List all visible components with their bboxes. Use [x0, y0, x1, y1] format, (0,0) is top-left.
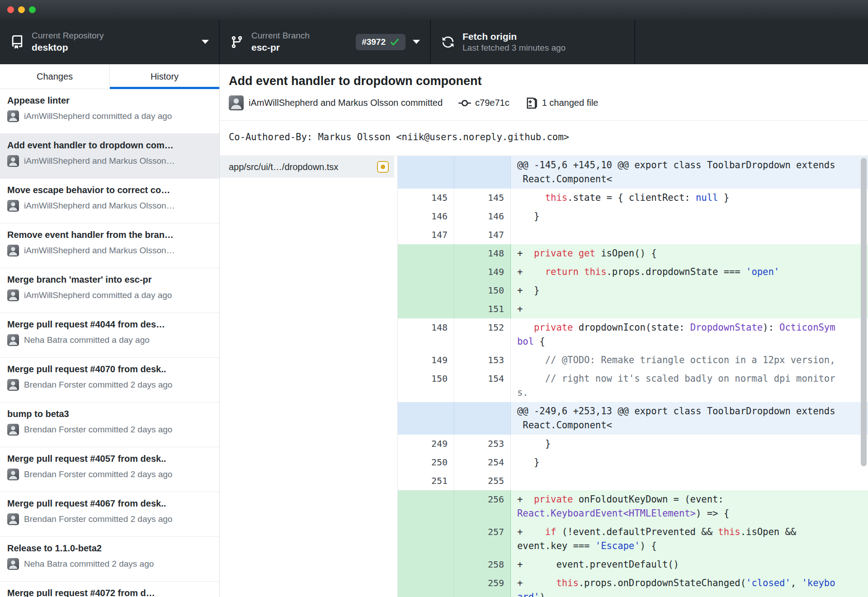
avatar [7, 334, 19, 346]
avatar [7, 200, 19, 212]
diff-code-line: } [511, 207, 868, 226]
commit-committer: iAmWillShepherd committed a day ago [24, 290, 172, 300]
close-button[interactable] [7, 6, 14, 13]
commit-committer: iAmWillShepherd and Markus Olsson… [24, 201, 175, 211]
commit-committer: iAmWillShepherd and Markus Olsson… [24, 246, 175, 256]
avatar [7, 379, 19, 391]
avatar [7, 110, 19, 122]
commit-committer: iAmWillShepherd and Markus Olsson… [24, 156, 175, 166]
new-line-number: 150 [454, 281, 511, 300]
commit-description: Co-Authored-By: Markus Olsson <niik@user… [220, 121, 868, 156]
old-line-number: 249 [398, 435, 454, 453]
diff-code-line: } [511, 435, 868, 453]
old-line-number [398, 402, 454, 435]
diff-code-line: + this.props.onDropdownStateChanged('clo… [511, 574, 868, 597]
commit-list-item[interactable]: Remove event handler from the bran… iAmW… [0, 223, 219, 268]
avatar [7, 558, 19, 570]
commit-list-item[interactable]: bump to beta3 Brendan Forster committed … [0, 403, 219, 447]
diff-code-line: } [511, 453, 868, 472]
current-repository-button[interactable]: Current Repository desktop [0, 19, 220, 64]
commit-meta: iAmWillShepherd committed a day ago [7, 110, 212, 122]
diff-code-line: // @TODO: Remake triangle octicon in a 1… [511, 351, 868, 370]
commit-meta: iAmWillShepherd committed a day ago [7, 289, 212, 301]
commit-meta: Neha Batra committed 2 days ago [7, 558, 212, 570]
avatar [7, 424, 19, 436]
new-line-number: 255 [454, 472, 511, 490]
commit-list-item[interactable]: Release to 1.1.0-beta2 Neha Batra commit… [0, 537, 219, 582]
commit-title: Move escape behavior to correct co… [7, 185, 212, 195]
new-line-number: 253 [454, 435, 511, 453]
commit-list-item[interactable]: Merge pull request #4044 from des… Neha … [0, 313, 219, 358]
new-line-number: 151 [454, 300, 511, 318]
commit-history-list: Appease linter iAmWillShepherd committed… [0, 89, 219, 597]
avatar [229, 95, 244, 110]
commit-list-item[interactable]: Merge pull request #4070 from desk.. Bre… [0, 358, 219, 403]
commit-meta: Brendan Forster committed 2 days ago [7, 379, 212, 391]
diff-line-row: 146146 } [398, 207, 868, 226]
current-branch-label: Current Branch [251, 30, 310, 41]
avatar [7, 155, 19, 167]
commit-title: Remove event handler from the bran… [7, 230, 212, 240]
commit-sha[interactable]: c79e71c [475, 98, 509, 108]
diff-code-line: private dropdownIcon(state: DropdownStat… [511, 318, 868, 351]
commit-title: Appease linter [7, 95, 212, 106]
commit-meta: Brendan Forster committed 2 days ago [7, 469, 212, 480]
commit-list-item[interactable]: Add event handler to dropdown com… iAmWi… [0, 134, 219, 179]
commit-list-item[interactable]: Move escape behavior to correct co… iAmW… [0, 179, 219, 223]
new-line-number: 152 [454, 318, 511, 351]
new-line-number: 149 [454, 263, 511, 281]
diff-line-row: 251255 [398, 472, 868, 490]
diff-line-row: 256+ private onFoldoutKeyDown = (event: … [398, 490, 868, 523]
zoom-button[interactable] [29, 6, 36, 13]
new-line-number: 256 [454, 490, 511, 523]
diff-line-row: 257+ if (!event.defaultPrevented && this… [398, 523, 868, 555]
commit-list-item[interactable]: Merge pull request #4072 from d… [0, 582, 219, 597]
old-line-number: 148 [398, 318, 454, 351]
sidebar: Changes History Appease linter iAmWillSh… [0, 64, 220, 597]
tab-history[interactable]: History [110, 64, 219, 89]
current-repository-label: Current Repository [32, 30, 104, 41]
fetch-origin-title: Fetch origin [462, 30, 566, 43]
new-line-number: 258 [454, 555, 511, 574]
diff-scrollbar[interactable] [861, 158, 867, 466]
diff-code-line [511, 472, 868, 490]
commit-list-item[interactable]: Merge pull request #4057 from desk.. Bre… [0, 447, 219, 492]
pr-number: #3972 [362, 37, 386, 47]
fetch-origin-button[interactable]: Fetch origin Last fetched 3 minutes ago [431, 19, 635, 64]
commit-list-item[interactable]: Merge pull request #4067 from desk.. Bre… [0, 492, 219, 537]
diff-line-row: 258+ event.preventDefault() [398, 555, 868, 574]
commit-list-item[interactable]: Merge branch 'master' into esc-pr iAmWil… [0, 268, 219, 313]
old-line-number [398, 555, 454, 574]
old-line-number [398, 281, 454, 300]
diff-code-line: + private onFoldoutKeyDown = (event: Rea… [511, 490, 868, 523]
commit-title: Merge pull request #4070 from desk.. [7, 364, 212, 374]
old-line-number [398, 523, 454, 555]
minimize-button[interactable] [18, 6, 25, 13]
diff-line-row: 150154 // right now it's scaled badly on… [398, 370, 868, 402]
new-line-number: 154 [454, 370, 511, 402]
file-path: app/src/ui/t…/dropdown.tsx [229, 162, 373, 172]
diff-code-line: + private get isOpen() { [511, 244, 868, 263]
sync-icon [441, 35, 455, 49]
commit-committer: Brendan Forster committed 2 days ago [24, 514, 172, 524]
commit-meta: iAmWillShepherd and Markus Olsson… [7, 200, 212, 212]
commit-meta: Brendan Forster committed 2 days ago [7, 513, 212, 525]
diff-line-row: 147147 [398, 226, 868, 244]
current-branch-button[interactable]: Current Branch esc-pr #3972 [220, 19, 431, 64]
new-line-number: 148 [454, 244, 511, 263]
diff-view: @@ -145,6 +145,10 @@ export class Toolba… [398, 156, 868, 597]
commit-meta: Neha Batra committed a day ago [7, 334, 212, 346]
commit-title: Add event handler to dropdown com… [7, 140, 212, 151]
commit-list-item[interactable]: Appease linter iAmWillShepherd committed… [0, 89, 219, 134]
commit-title: Merge pull request #4072 from d… [7, 588, 212, 597]
diff-code-line: // right now it's scaled badly on normal… [511, 370, 868, 402]
diff-line-row: 150+ } [398, 281, 868, 300]
diff-hunk-row: @@ -249,6 +253,13 @@ export class Toolba… [398, 402, 868, 435]
check-icon [390, 37, 400, 47]
tab-changes[interactable]: Changes [0, 64, 110, 89]
current-repository-value: desktop [32, 41, 104, 53]
commit-detail-panel: Add event handler to dropdown component … [220, 64, 868, 597]
diff-code-line: this.state = { clientRect: null } [511, 189, 868, 207]
file-list-item[interactable]: app/src/ui/t…/dropdown.tsx [220, 156, 394, 178]
old-line-number: 146 [398, 207, 454, 226]
